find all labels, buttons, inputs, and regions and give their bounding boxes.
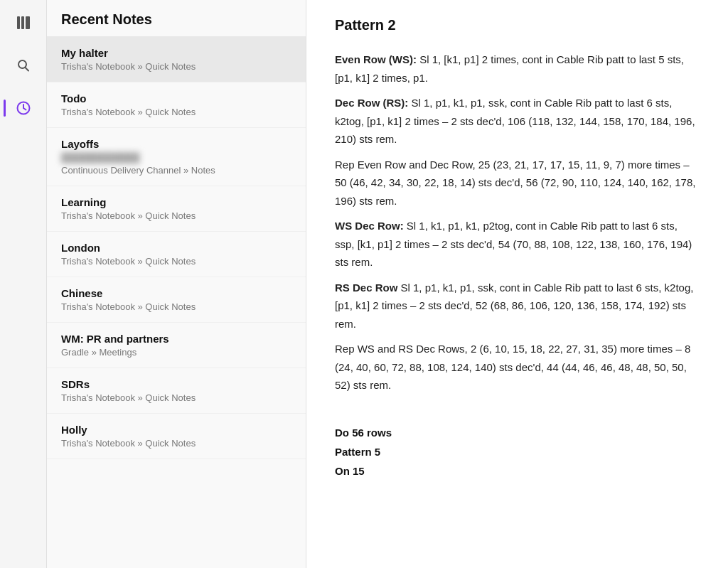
note-list-item[interactable]: Layoffs████████████Continuous Delivery C…	[47, 128, 306, 186]
note-list-item[interactable]: SDRsTrisha's Notebook » Quick Notes	[47, 368, 306, 414]
content-paragraph: Rep Even Row and Dec Row, 25 (23, 21, 17…	[335, 156, 700, 210]
svg-rect-1	[21, 16, 24, 29]
note-list-item[interactable]: WM: PR and partnersGradle » Meetings	[47, 323, 306, 368]
main-content: Pattern 2 Even Row (WS): Sl 1, [k1, p1] …	[306, 0, 728, 568]
content-paragraph: Even Row (WS): Sl 1, [k1, p1] 2 times, c…	[335, 50, 700, 87]
note-list-item[interactable]: LearningTrisha's Notebook » Quick Notes	[47, 186, 306, 232]
icon-bar	[0, 0, 47, 568]
content-paragraph: Rep WS and RS Dec Rows, 2 (6, 10, 15, 18…	[335, 340, 700, 395]
note-path: Trisha's Notebook » Quick Notes	[61, 301, 291, 312]
content-paragraph: Dec Row (RS): Sl 1, p1, k1, p1, ssk, con…	[335, 94, 700, 149]
sidebar: Recent Notes My halterTrisha's Notebook …	[47, 0, 306, 568]
svg-rect-0	[17, 16, 20, 29]
bottom-line: Pattern 5	[335, 442, 700, 461]
note-title: Chinese	[61, 287, 291, 299]
recents-nav-item[interactable]	[9, 94, 38, 122]
note-path: Trisha's Notebook » Quick Notes	[61, 107, 291, 117]
note-path: Continuous Delivery Channel » Notes	[61, 165, 291, 176]
paragraph-label: RS Dec Row	[335, 282, 397, 294]
note-path: Trisha's Notebook » Quick Notes	[61, 438, 291, 449]
svg-line-4	[25, 68, 28, 71]
content-title: Pattern 2	[335, 17, 700, 33]
note-title: Layoffs	[61, 138, 291, 150]
paragraph-label: Dec Row (RS):	[335, 97, 408, 109]
svg-line-7	[23, 108, 26, 110]
svg-rect-2	[26, 16, 30, 29]
content-body: Even Row (WS): Sl 1, [k1, p1] 2 times, c…	[335, 50, 700, 395]
note-list-item[interactable]: HollyTrisha's Notebook » Quick Notes	[47, 414, 306, 459]
note-title: Todo	[61, 92, 291, 105]
bottom-line: Do 56 rows	[335, 423, 700, 442]
note-path: Trisha's Notebook » Quick Notes	[61, 256, 291, 267]
note-path: Trisha's Notebook » Quick Notes	[61, 210, 291, 221]
content-paragraph: WS Dec Row: Sl 1, k1, p1, k1, p2tog, con…	[335, 217, 700, 272]
note-list-item[interactable]: ChineseTrisha's Notebook » Quick Notes	[47, 277, 306, 323]
content-paragraph: RS Dec Row Sl 1, p1, k1, p1, ssk, cont i…	[335, 279, 700, 333]
sidebar-title: Recent Notes	[61, 11, 291, 28]
paragraph-label: WS Dec Row:	[335, 220, 404, 232]
note-blurred-text: ████████████	[61, 152, 291, 163]
note-title: Learning	[61, 196, 291, 208]
note-path: Trisha's Notebook » Quick Notes	[61, 392, 291, 403]
note-path: Gradle » Meetings	[61, 347, 291, 358]
search-nav-item[interactable]	[9, 51, 38, 80]
note-list-item[interactable]: TodoTrisha's Notebook » Quick Notes	[47, 82, 306, 128]
note-list-item[interactable]: My halterTrisha's Notebook » Quick Notes	[47, 37, 306, 82]
note-title: SDRs	[61, 378, 291, 390]
sidebar-header: Recent Notes	[47, 0, 306, 37]
bottom-line: On 15	[335, 461, 700, 481]
note-list-item[interactable]: LondonTrisha's Notebook » Quick Notes	[47, 232, 306, 277]
paragraph-label: Even Row (WS):	[335, 53, 417, 65]
bottom-section: Do 56 rowsPattern 5On 15	[335, 423, 700, 481]
note-title: WM: PR and partners	[61, 333, 291, 345]
notes-list: My halterTrisha's Notebook » Quick Notes…	[47, 37, 306, 568]
note-title: Holly	[61, 424, 291, 436]
note-path: Trisha's Notebook » Quick Notes	[61, 61, 291, 72]
note-title: London	[61, 242, 291, 254]
library-nav-item[interactable]	[9, 9, 38, 37]
note-title: My halter	[61, 47, 291, 59]
